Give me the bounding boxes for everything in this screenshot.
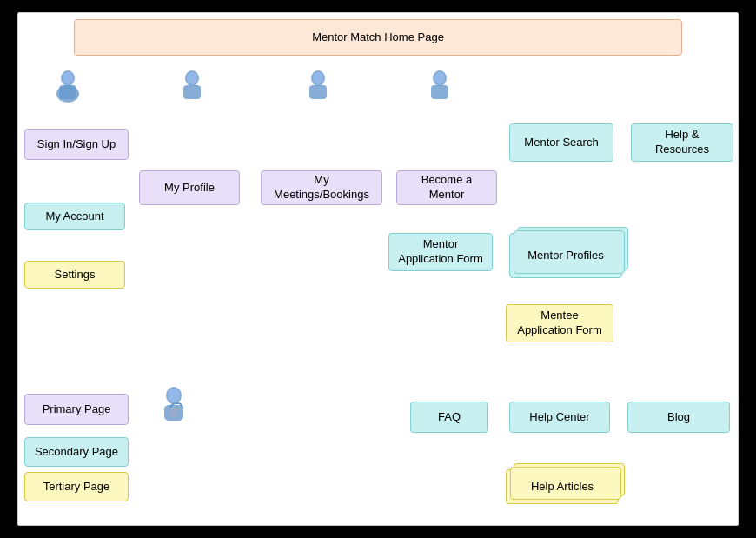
blog-label: Blog	[667, 410, 690, 425]
secondary-page-label: Secondary Page	[35, 445, 118, 460]
user-icon-1	[54, 68, 82, 103]
help-articles-label: Help Articles	[531, 480, 594, 495]
svg-rect-11	[431, 85, 448, 99]
home-page-box: Mentor Match Home Page	[74, 19, 682, 56]
home-page-label: Mentor Match Home Page	[312, 30, 444, 45]
secondary-page-box[interactable]: Secondary Page	[24, 437, 129, 467]
help-resources-box[interactable]: Help & Resources	[631, 123, 733, 162]
svg-point-12	[434, 72, 445, 84]
svg-rect-8	[309, 85, 327, 99]
become-mentor-label: Become a Mentor	[404, 173, 489, 203]
my-account-label: My Account	[45, 209, 103, 224]
mentee-application-label: Mentee Application Form	[514, 309, 606, 338]
mentor-application-label: Mentor Application Form	[396, 237, 485, 267]
tertiary-page-label: Tertiary Page	[43, 480, 110, 495]
blog-box[interactable]: Blog	[627, 402, 730, 433]
help-articles-box[interactable]: Help Articles	[506, 469, 619, 504]
become-mentor-box[interactable]: Become a Mentor	[396, 170, 497, 205]
user-icon-2	[178, 68, 206, 103]
my-profile-label: My Profile	[164, 181, 215, 196]
help-resources-label: Help & Resources	[639, 128, 726, 157]
svg-point-15	[168, 389, 180, 402]
svg-rect-16	[169, 408, 179, 417]
my-account-box[interactable]: My Account	[24, 203, 125, 230]
mentor-search-box[interactable]: Mentor Search	[509, 123, 613, 162]
svg-rect-5	[183, 85, 201, 99]
primary-page-box[interactable]: Primary Page	[24, 394, 129, 425]
my-profile-box[interactable]: My Profile	[139, 170, 240, 205]
svg-point-6	[187, 72, 197, 84]
mentor-search-label: Mentor Search	[524, 136, 598, 150]
svg-rect-2	[59, 85, 76, 99]
mentee-application-box[interactable]: Mentee Application Form	[506, 304, 613, 342]
help-center-box[interactable]: Help Center	[509, 402, 610, 433]
faq-label: FAQ	[438, 410, 461, 425]
user-icon-5	[158, 384, 189, 422]
sign-in-label: Sign In/Sign Up	[37, 137, 116, 152]
settings-box[interactable]: Settings	[24, 261, 125, 289]
my-meetings-box[interactable]: My Meetings/Bookings	[261, 170, 382, 205]
user-icon-3	[304, 68, 332, 103]
my-meetings-label: My Meetings/Bookings	[269, 173, 375, 203]
svg-point-9	[313, 72, 323, 84]
settings-label: Settings	[55, 268, 96, 282]
svg-point-3	[63, 72, 73, 84]
help-center-label: Help Center	[529, 410, 589, 425]
mentor-profiles-box[interactable]: Mentor Profiles	[509, 233, 622, 278]
primary-page-label: Primary Page	[43, 402, 111, 417]
tertiary-page-box[interactable]: Tertiary Page	[24, 472, 129, 501]
user-icon-4	[426, 68, 454, 103]
faq-box[interactable]: FAQ	[410, 402, 488, 433]
sign-in-box[interactable]: Sign In/Sign Up	[24, 129, 129, 160]
mentor-application-box[interactable]: Mentor Application Form	[388, 233, 493, 271]
mentor-profiles-label: Mentor Profiles	[527, 249, 603, 263]
